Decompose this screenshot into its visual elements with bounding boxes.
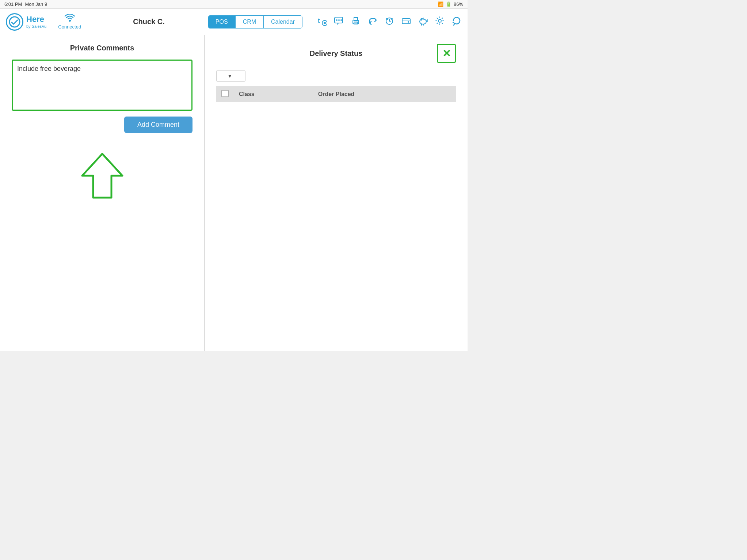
status-dropdown[interactable]: ▼ [216, 70, 245, 82]
svg-marker-29 [82, 154, 122, 198]
svg-point-4 [324, 22, 326, 24]
comment-textarea[interactable] [12, 60, 193, 111]
user-name: Chuck C. [96, 18, 202, 26]
logo-here: Here [26, 15, 46, 24]
svg-text:t: t [318, 17, 320, 24]
logo-area: Here by SalesVu [6, 13, 46, 31]
wifi-symbol [64, 14, 75, 24]
header: Here by SalesVu Connected Chuck C. POS C… [0, 9, 468, 35]
header-checkbox[interactable] [221, 90, 229, 97]
tab-pos[interactable]: POS [208, 16, 235, 28]
settings-icon[interactable] [435, 16, 445, 28]
right-panel-header: Delivery Status ✕ [216, 44, 456, 63]
right-panel: Delivery Status ✕ ▼ Class Order Placed [205, 35, 468, 351]
dropdown-value [220, 73, 225, 79]
logo-icon [6, 13, 23, 31]
print-icon[interactable] [351, 16, 361, 28]
col-class: Class [234, 86, 313, 102]
battery-percent: 86% [454, 1, 463, 7]
table-header-row: Class Order Placed [216, 86, 456, 102]
main-content: Private Comments Add Comment Delivery St… [0, 35, 468, 351]
svg-point-0 [9, 17, 20, 27]
alarm-icon[interactable] [384, 16, 395, 28]
nav-tabs: POS CRM Calendar [208, 15, 302, 28]
svg-point-11 [338, 19, 340, 21]
svg-point-12 [340, 19, 342, 21]
chevron-down-icon: ▼ [227, 73, 232, 79]
dropdown-row: ▼ [216, 70, 456, 82]
typo-settings-icon[interactable]: t [317, 16, 327, 28]
tab-calendar[interactable]: Calendar [263, 16, 302, 28]
svg-point-28 [438, 19, 441, 22]
status-time: 6:01 PM [4, 1, 22, 7]
status-left: 6:01 PM Mon Jan 9 [4, 1, 47, 7]
svg-point-1 [69, 20, 70, 22]
return-icon[interactable] [367, 16, 378, 28]
up-arrow-container [12, 145, 193, 199]
table-header: Class Order Placed [216, 86, 456, 102]
logo-text: Here by SalesVu [26, 15, 46, 28]
svg-point-24 [408, 21, 409, 23]
add-comment-button[interactable]: Add Comment [124, 117, 193, 133]
status-day: Mon Jan 9 [25, 1, 47, 7]
connected-label: Connected [58, 24, 81, 30]
battery-icon: 🔋 [446, 1, 451, 7]
refresh-icon[interactable] [451, 16, 462, 28]
piggy-icon[interactable] [418, 16, 428, 28]
wallet-icon[interactable] [401, 16, 411, 28]
svg-rect-23 [402, 19, 410, 24]
col-order-placed: Order Placed [313, 86, 456, 102]
svg-rect-15 [354, 22, 358, 24]
tab-crm[interactable]: CRM [235, 16, 263, 28]
delivery-status-title: Delivery Status [235, 49, 437, 58]
toolbar-icons: t [317, 16, 462, 28]
logo-salesvu: by SalesVu [26, 24, 46, 28]
chat-icon[interactable] [334, 16, 344, 28]
status-right: 📶 🔋 86% [438, 1, 463, 7]
private-comments-title: Private Comments [12, 44, 193, 52]
connected-area: Connected [58, 14, 81, 30]
left-panel: Private Comments Add Comment [0, 35, 205, 351]
up-arrow-icon [80, 152, 124, 199]
wifi-icon: 📶 [438, 1, 443, 7]
delivery-table: Class Order Placed [216, 86, 456, 102]
svg-point-10 [336, 19, 338, 21]
status-bar: 6:01 PM Mon Jan 9 📶 🔋 86% [0, 0, 468, 9]
svg-point-26 [421, 20, 422, 21]
close-button[interactable]: ✕ [437, 44, 456, 63]
col-checkbox [216, 86, 234, 102]
svg-point-25 [420, 19, 426, 24]
